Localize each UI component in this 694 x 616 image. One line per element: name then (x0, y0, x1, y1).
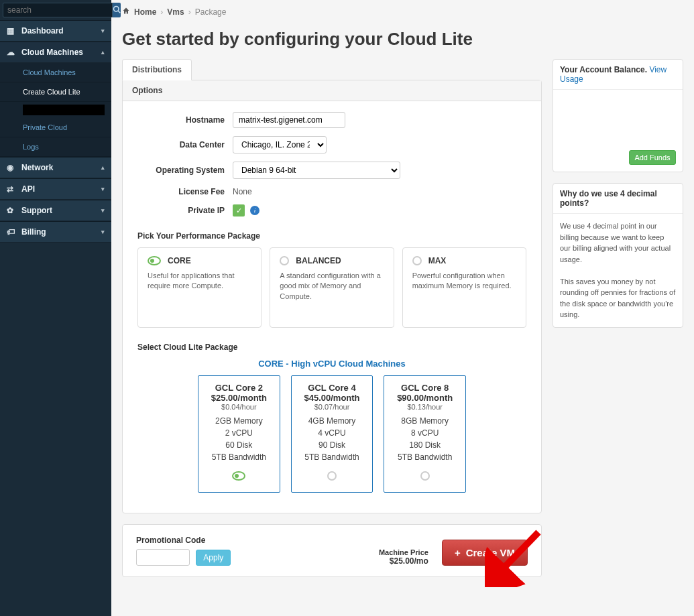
pkg-hour: $0.04/hour (204, 403, 274, 411)
breadcrumb: Home › Vms › Package (111, 0, 694, 23)
radio-icon (412, 256, 422, 265)
pkg-core-8[interactable]: GCL Core 8 $90.00/month $0.13/hour 8GB M… (384, 375, 466, 493)
radio-icon (280, 256, 289, 265)
promo-input[interactable] (136, 549, 190, 566)
nav-dashboard-label: Dashboard (21, 26, 64, 36)
nav-api[interactable]: ⇄ API ▾ (0, 179, 111, 200)
pkg-row: GCL Core 2 $25.00/month $0.04/hour 2GB M… (137, 375, 526, 502)
crumb-vms[interactable]: Vms (167, 7, 184, 17)
pkg-price: $25.00/month (204, 393, 274, 403)
datacenter-select[interactable]: Chicago, IL. Zone 2 (233, 136, 327, 153)
perf-title: Pick Your Performance Package (137, 231, 526, 241)
apply-button[interactable]: Apply (196, 550, 231, 566)
radio-icon (232, 471, 245, 481)
perf-max-name: MAX (428, 256, 447, 265)
pkg-disk: 60 Disk (204, 440, 274, 450)
sidebar: ▦ Dashboard ▾ ☁ Cloud Machines ▴ Cloud M… (0, 0, 111, 616)
pkg-mem: 4GB Memory (297, 416, 367, 426)
redacted-item (23, 105, 105, 115)
chevron-up-icon: ▴ (101, 164, 105, 171)
os-select[interactable]: Debian 9 64-bit (233, 162, 400, 179)
datacenter-label: Data Center (137, 140, 225, 149)
search-input[interactable] (3, 3, 113, 17)
grid-icon: ▦ (7, 26, 16, 36)
perf-core-name: CORE (168, 256, 191, 265)
tag-icon: 🏷 (7, 227, 16, 237)
code-icon: ⇄ (7, 184, 16, 194)
nav-cloud-machines-label: Cloud Machines (21, 48, 83, 57)
radio-icon (327, 471, 337, 481)
sub-cloud-machines[interactable]: Cloud Machines (0, 63, 111, 82)
nav-dashboard[interactable]: ▦ Dashboard ▾ (0, 21, 111, 42)
nav-network[interactable]: ◉ Network ▴ (0, 158, 111, 178)
info-icon[interactable]: i (250, 206, 259, 215)
pkg-mem: 8GB Memory (390, 416, 460, 426)
license-fee-value: None (233, 187, 252, 196)
plus-icon: + (455, 547, 461, 558)
search-bar (0, 0, 111, 20)
options-head: Options (123, 80, 541, 101)
pkg-mem: 2GB Memory (204, 416, 274, 426)
perf-balanced[interactable]: BALANCED A standard configuration with a… (270, 247, 394, 328)
nav-cloud-machines[interactable]: ☁ Cloud Machines ▴ (0, 42, 111, 63)
crumb-sep: › (160, 7, 163, 17)
chevron-down-icon: ▾ (101, 186, 105, 192)
options-panel: Options Hostname Data Center Chicago, IL… (122, 80, 542, 513)
chevron-down-icon: ▾ (101, 229, 105, 235)
page-title: Get started by configuring your Cloud Li… (111, 23, 694, 59)
promo-block: Promotional Code Apply (136, 536, 231, 566)
nav-network-label: Network (21, 163, 53, 172)
pkg-disk: 180 Disk (390, 440, 460, 450)
machine-price-label: Machine Price (379, 548, 428, 556)
perf-max[interactable]: MAX Powerful configuration when maximum … (402, 247, 526, 328)
pkg-hour: $0.13/hour (390, 403, 460, 411)
license-fee-label: License Fee (137, 187, 225, 196)
perf-bal-desc: A standard configuration with a good mix… (280, 271, 384, 302)
crumb-package: Package (195, 7, 227, 17)
nav-billing[interactable]: 🏷 Billing ▾ (0, 222, 111, 243)
chevron-up-icon: ▴ (101, 49, 105, 56)
nav-support-label: Support (21, 206, 52, 215)
chevron-down-icon: ▾ (101, 207, 105, 214)
private-ip-label: Private IP (137, 206, 225, 215)
globe-icon: ◉ (7, 163, 16, 172)
pkg-group-title: CORE - High vCPU Cloud Machines (137, 359, 526, 369)
balance-card: Your Account Balance. View Usage Add Fun… (553, 59, 683, 172)
tabs: Distributions (122, 59, 542, 80)
crumb-sep: › (188, 7, 191, 17)
nav-support[interactable]: ✿ Support ▾ (0, 200, 111, 221)
decimal-p2: This saves you money by not rounding off… (560, 276, 676, 320)
machine-price: Machine Price $25.00/mo (379, 548, 428, 566)
add-funds-button[interactable]: Add Funds (629, 150, 676, 165)
footer-panel: Promotional Code Apply Machine Price $25… (122, 524, 542, 577)
pkg-cpu: 4 vCPU (297, 428, 367, 438)
perf-core[interactable]: CORE Useful for applications that requir… (137, 247, 262, 328)
pkg-bw: 5TB Bandwidth (204, 452, 274, 462)
hostname-label: Hostname (137, 115, 225, 125)
pkg-cpu: 2 vCPU (204, 428, 274, 438)
pkg-title: Select Cloud Lite Package (137, 343, 526, 352)
pkg-name: GCL Core 2 (204, 383, 274, 393)
machine-price-value: $25.00/mo (379, 556, 428, 566)
private-ip-checkbox[interactable]: ✓ (233, 204, 245, 217)
pkg-disk: 90 Disk (297, 440, 367, 450)
decimal-card: Why do we use 4 decimal points? We use 4… (553, 183, 683, 328)
pkg-bw: 5TB Bandwidth (297, 452, 367, 462)
balance-header: Your Account Balance. View Usage (553, 60, 683, 90)
tab-distributions[interactable]: Distributions (122, 59, 192, 80)
sub-create-cloud-lite[interactable]: Create Cloud Lite (0, 82, 111, 102)
balance-label: Your Account Balance. (560, 65, 647, 74)
create-vm-button[interactable]: + Create VM (442, 540, 528, 566)
nav-billing-label: Billing (21, 227, 46, 237)
os-label: Operating System (137, 166, 225, 175)
pkg-core-4[interactable]: GCL Core 4 $45.00/month $0.07/hour 4GB M… (291, 375, 373, 493)
sub-private-cloud[interactable]: Private Cloud (0, 118, 111, 137)
crumb-home[interactable]: Home (134, 7, 156, 17)
hostname-input[interactable] (233, 112, 345, 128)
perf-row: CORE Useful for applications that requir… (137, 247, 526, 328)
pkg-core-2[interactable]: GCL Core 2 $25.00/month $0.04/hour 2GB M… (198, 375, 280, 493)
decimal-title: Why do we use 4 decimal points? (553, 184, 683, 214)
sub-logs[interactable]: Logs (0, 137, 111, 157)
chevron-down-icon: ▾ (101, 27, 105, 34)
right-column: Your Account Balance. View Usage Add Fun… (553, 59, 683, 338)
